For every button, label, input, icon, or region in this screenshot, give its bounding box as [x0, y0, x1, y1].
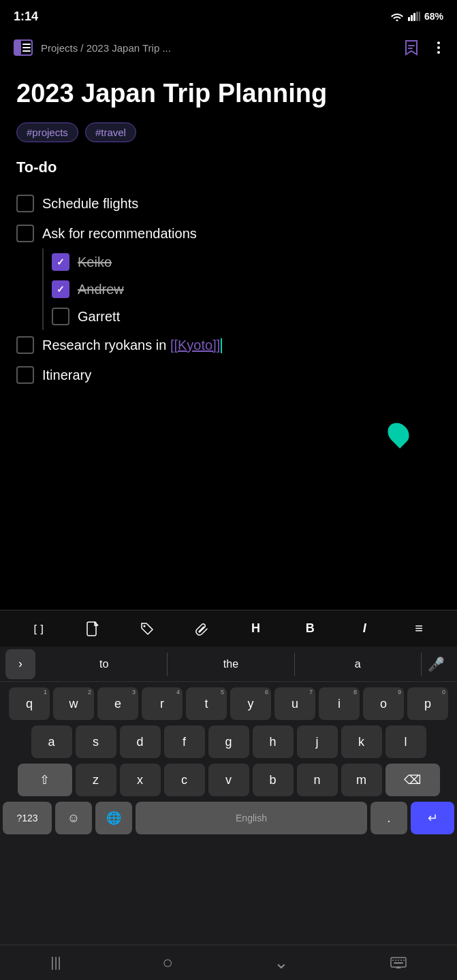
key-v[interactable]: v — [208, 764, 249, 796]
nav-left: Projects / 2023 Japan Trip ... — [11, 35, 171, 60]
todo-label-flights: Schedule flights — [42, 194, 138, 213]
signal-icon — [408, 12, 420, 21]
tag-travel[interactable]: #travel — [85, 122, 136, 142]
key-a[interactable]: a — [31, 725, 72, 758]
bracket-button[interactable]: [] — [11, 617, 65, 640]
key-c[interactable]: c — [164, 764, 205, 796]
page-button[interactable] — [65, 617, 120, 640]
section-title: To-do — [16, 159, 441, 176]
checkbox-garrett[interactable] — [52, 308, 69, 325]
backspace-key[interactable]: ⌫ — [385, 764, 440, 796]
status-bar: 1:14 68% — [0, 0, 457, 30]
space-key[interactable]: English — [136, 802, 367, 834]
main-content: 2023 Japan Trip Planning #projects #trav… — [0, 65, 457, 395]
suggestion-the[interactable]: the — [168, 653, 294, 676]
key-f[interactable]: f — [164, 725, 205, 758]
enter-key[interactable]: ↵ — [411, 802, 454, 834]
svg-point-11 — [437, 42, 440, 44]
checkbox-itinerary[interactable] — [16, 366, 34, 384]
svg-rect-5 — [419, 12, 420, 21]
nav-right — [403, 39, 446, 56]
status-icons: 68% — [390, 11, 443, 22]
emoji-key[interactable]: ☺ — [55, 802, 92, 834]
attachment-button[interactable] — [174, 617, 229, 640]
back-button[interactable]: ||| — [50, 955, 61, 970]
more-menu-button[interactable] — [431, 40, 446, 55]
key-g[interactable]: g — [208, 725, 249, 758]
home-button[interactable]: ○ — [162, 952, 173, 973]
keyboard-hide-button[interactable] — [390, 957, 407, 969]
microphone-button[interactable]: 🎤 — [422, 649, 452, 679]
todo-label-andrew: Andrew — [78, 280, 124, 299]
text-cursor — [221, 338, 222, 353]
key-s[interactable]: s — [76, 725, 116, 758]
key-n[interactable]: n — [297, 764, 338, 796]
italic-button[interactable]: I — [337, 617, 392, 640]
key-j[interactable]: j — [297, 725, 338, 758]
key-q[interactable]: 1q — [9, 687, 50, 720]
sidebar-toggle-button[interactable] — [11, 35, 35, 60]
suggestion-a[interactable]: a — [295, 653, 422, 676]
bookmark-icon-button[interactable] — [403, 39, 420, 56]
key-w[interactable]: 2w — [53, 687, 94, 720]
key-t[interactable]: 5t — [186, 687, 227, 720]
page-title: 2023 Japan Trip Planning — [16, 79, 441, 109]
period-key[interactable]: . — [371, 802, 407, 834]
key-r[interactable]: 4r — [142, 687, 183, 720]
bold-button[interactable]: B — [283, 617, 337, 640]
key-z[interactable]: z — [76, 764, 116, 796]
suggestion-to[interactable]: to — [41, 653, 168, 676]
checkbox-recommendations[interactable] — [16, 225, 34, 242]
checkbox-ryokans[interactable] — [16, 336, 34, 354]
todo-label-ryokans: Research ryokans in [[Kyoto]] — [42, 336, 222, 355]
key-o[interactable]: 9o — [363, 687, 404, 720]
checkbox-flights[interactable] — [16, 195, 34, 212]
svg-rect-3 — [413, 13, 415, 21]
key-x[interactable]: x — [120, 764, 161, 796]
svg-text:[]: [] — [32, 623, 45, 636]
todo-label-keiko: Keiko — [78, 252, 112, 272]
svg-point-0 — [396, 20, 398, 22]
svg-rect-1 — [408, 17, 410, 21]
todo-label-garrett: Garrett — [78, 307, 120, 326]
key-e[interactable]: 3e — [97, 687, 138, 720]
key-u[interactable]: 7u — [274, 687, 315, 720]
key-m[interactable]: m — [341, 764, 382, 796]
svg-rect-4 — [416, 12, 418, 21]
expand-suggestions-button[interactable]: › — [5, 649, 35, 679]
todo-label-recommendations: Ask for recommendations — [42, 224, 197, 243]
more-formatting-button[interactable]: ≡ — [392, 617, 446, 640]
sub-items: Keiko Andrew Garrett — [42, 248, 441, 330]
kyoto-link[interactable]: [[Kyoto]] — [170, 338, 220, 353]
key-y[interactable]: 6y — [230, 687, 271, 720]
suggestions-bar: › to the a 🎤 — [0, 647, 457, 682]
tags-row: #projects #travel — [16, 122, 441, 142]
drag-handle-marker[interactable] — [383, 419, 413, 448]
key-row-1: 1q 2w 3e 4r 5t 6y 7u 8i 9o 0p — [3, 687, 454, 720]
todo-list: Schedule flights Ask for recommendations… — [16, 189, 441, 390]
tag-button[interactable] — [120, 617, 174, 640]
key-h[interactable]: h — [253, 725, 294, 758]
key-k[interactable]: k — [341, 725, 382, 758]
key-b[interactable]: b — [253, 764, 294, 796]
key-d[interactable]: d — [120, 725, 161, 758]
checkbox-keiko[interactable] — [52, 253, 69, 271]
shift-key[interactable]: ⇧ — [18, 764, 72, 796]
num-sym-key[interactable]: ?123 — [3, 802, 52, 834]
todo-label-itinerary: Itinerary — [42, 365, 91, 385]
battery-status: 68% — [424, 11, 443, 22]
heading-button[interactable]: H — [229, 617, 283, 640]
status-time: 1:14 — [14, 10, 38, 24]
checkbox-andrew[interactable] — [52, 280, 69, 298]
key-l[interactable]: l — [385, 725, 426, 758]
recents-button[interactable]: ⌄ — [274, 952, 289, 973]
tag-projects[interactable]: #projects — [16, 122, 78, 142]
key-p[interactable]: 0p — [407, 687, 448, 720]
svg-rect-2 — [411, 15, 413, 21]
todo-item-itinerary: Itinerary — [16, 360, 441, 390]
todo-item-andrew: Andrew — [52, 276, 441, 303]
globe-key[interactable]: 🌐 — [95, 802, 132, 834]
key-i[interactable]: 8i — [319, 687, 360, 720]
keyboard: › to the a 🎤 1q 2w 3e 4r 5t 6y 7u 8i 9o … — [0, 647, 457, 980]
todo-item-ryokans: Research ryokans in [[Kyoto]] — [16, 330, 441, 360]
